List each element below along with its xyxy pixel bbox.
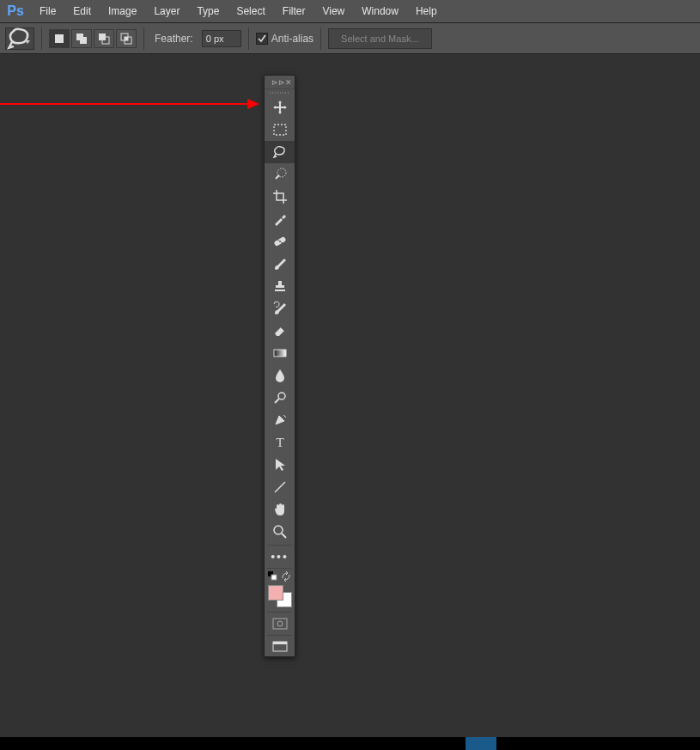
bandaid-icon [272, 234, 288, 249]
marquee-icon [272, 122, 288, 137]
divider [320, 27, 321, 50]
active-taskbar-item[interactable] [466, 737, 496, 750]
swap-colors-icon[interactable] [281, 571, 291, 582]
move-tool[interactable] [265, 96, 295, 119]
pen-tool[interactable] [265, 409, 295, 431]
separator [267, 568, 292, 569]
selection-mode-group [49, 29, 137, 48]
windows-taskbar [0, 737, 700, 750]
selection-add-icon[interactable] [71, 29, 92, 48]
gradient-tool[interactable] [265, 342, 295, 364]
menu-select[interactable]: Select [228, 0, 273, 23]
dodge-tool[interactable] [265, 387, 295, 409]
svg-rect-19 [271, 575, 277, 580]
workspace-area [0, 54, 700, 737]
selection-subtract-icon[interactable] [94, 29, 114, 48]
check-icon [258, 34, 266, 43]
menu-view[interactable]: View [313, 0, 353, 23]
type-tool[interactable]: T [265, 431, 295, 454]
brush-tool[interactable] [265, 253, 295, 275]
annotation-arrow [0, 103, 258, 105]
panel-grip[interactable] [265, 89, 295, 96]
dodge-icon [272, 390, 288, 405]
lasso-tool[interactable] [265, 141, 295, 163]
svg-rect-7 [125, 37, 128, 40]
history-brush-tool[interactable] [265, 297, 295, 320]
feather-input[interactable] [202, 30, 241, 47]
foreground-color-swatch[interactable] [268, 585, 283, 601]
menu-type[interactable]: Type [188, 0, 228, 23]
menu-bar: Ps File Edit Image Layer Type Select Fil… [0, 0, 700, 23]
crop-tool[interactable] [265, 186, 295, 208]
separator [267, 612, 292, 613]
svg-rect-0 [55, 34, 64, 43]
menu-window[interactable]: Window [353, 0, 407, 23]
svg-rect-8 [274, 125, 286, 135]
path-selection-tool[interactable] [265, 454, 295, 476]
default-colors-icon[interactable] [268, 571, 278, 582]
quickmask-icon [272, 616, 288, 631]
menu-layer[interactable]: Layer [145, 0, 188, 23]
select-and-mask-button[interactable]: Select and Mask... [328, 28, 432, 49]
brush-icon [272, 256, 288, 271]
rectangular-marquee-tool[interactable] [265, 119, 295, 141]
svg-rect-14 [274, 350, 286, 357]
line-tool[interactable] [265, 476, 295, 498]
svg-point-17 [274, 526, 283, 534]
gradient-icon [272, 345, 288, 361]
collapse-icon[interactable]: ⊳⊳ [275, 79, 282, 86]
antialias-label: Anti-alias [271, 33, 313, 45]
pen-icon [272, 412, 288, 428]
divider [41, 27, 42, 50]
checkbox-icon [256, 33, 268, 45]
svg-rect-20 [273, 619, 287, 629]
move-icon [272, 100, 288, 115]
pointer-icon [272, 457, 288, 473]
lasso-icon [6, 25, 33, 52]
selection-new-icon[interactable] [49, 29, 70, 48]
feather-label: Feather: [151, 33, 197, 45]
svg-text:T: T [276, 436, 283, 449]
svg-rect-2 [80, 37, 87, 44]
tools-panel[interactable]: ⊳⊳ ✕ T [264, 75, 295, 657]
menu-help[interactable]: Help [407, 0, 446, 23]
menu-file[interactable]: File [31, 0, 64, 23]
blur-tool[interactable] [265, 364, 295, 387]
edit-toolbar-button[interactable]: ••• [265, 547, 295, 566]
antialias-option[interactable]: Anti-alias [256, 33, 313, 45]
history-brush-icon [272, 301, 288, 316]
hand-tool[interactable] [265, 498, 295, 521]
panel-header: ⊳⊳ ✕ [265, 76, 295, 89]
stamp-icon [272, 278, 288, 294]
svg-point-21 [277, 621, 283, 626]
spot-healing-brush-tool[interactable] [265, 230, 295, 253]
menu-filter[interactable]: Filter [274, 0, 314, 23]
divider [143, 27, 144, 50]
type-icon: T [272, 435, 288, 450]
svg-point-13 [281, 242, 283, 244]
selection-intersect-icon[interactable] [116, 29, 137, 48]
close-icon[interactable]: ✕ [285, 79, 292, 86]
svg-point-12 [277, 240, 279, 241]
separator [267, 545, 292, 546]
screen-mode-button[interactable] [265, 637, 295, 656]
menu-edit[interactable]: Edit [64, 0, 100, 23]
current-tool-preset[interactable] [5, 27, 34, 50]
eyedropper-tool[interactable] [265, 208, 295, 230]
svg-point-15 [278, 393, 285, 399]
divider [248, 27, 249, 50]
quick-mask-mode-button[interactable] [265, 614, 295, 633]
zoom-icon [272, 524, 288, 540]
crop-icon [272, 189, 288, 204]
droplet-icon [272, 368, 288, 383]
menu-image[interactable]: Image [100, 0, 145, 23]
zoom-tool[interactable] [265, 521, 295, 543]
svg-rect-23 [273, 642, 287, 644]
clone-stamp-tool[interactable] [265, 275, 295, 297]
color-swatches[interactable] [267, 584, 293, 608]
eraser-tool[interactable] [265, 320, 295, 342]
lasso-icon [272, 144, 288, 160]
quick-selection-tool[interactable] [265, 163, 295, 186]
hand-icon [272, 502, 288, 517]
wand-icon [272, 167, 288, 182]
